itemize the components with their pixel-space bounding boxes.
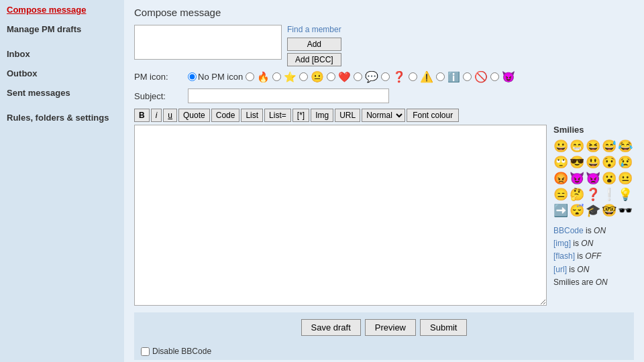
to-field[interactable] xyxy=(134,25,282,60)
to-row: Find a member Add Add [BCC] xyxy=(134,25,634,66)
smiley-1[interactable]: 😀 xyxy=(553,139,568,154)
pm-icon-star[interactable]: ⭐ xyxy=(284,71,297,83)
font-colour-button[interactable]: Font colour xyxy=(407,109,459,122)
smiley-6[interactable]: 🙄 xyxy=(553,155,568,170)
find-member-link[interactable]: Find a member xyxy=(287,25,341,34)
add-bcc-button[interactable]: Add [BCC] xyxy=(287,53,341,66)
smiley-18[interactable]: ❓ xyxy=(586,187,600,202)
sidebar-item-rules-folders[interactable]: Rules, folders & settings xyxy=(0,108,124,127)
list-eq-button[interactable]: List= xyxy=(264,109,291,122)
no-pm-icon-option[interactable]: No PM icon xyxy=(188,72,243,82)
smiley-5[interactable]: 😂 xyxy=(618,139,633,154)
smiley-21[interactable]: ➡️ xyxy=(553,203,568,218)
img-link[interactable]: [img] xyxy=(553,239,571,248)
pm-icon-info[interactable]: ℹ️ xyxy=(447,71,460,83)
pm-icon-speech[interactable]: 💬 xyxy=(365,70,378,83)
font-size-select[interactable]: Normal Tiny Small Large Huge xyxy=(362,109,405,122)
flash-link[interactable]: [flash] xyxy=(553,251,575,261)
pm-icon-radio-9[interactable] xyxy=(463,72,472,81)
smiley-24[interactable]: 🤓 xyxy=(602,203,616,218)
pm-icon-face[interactable]: 😐 xyxy=(311,70,324,83)
pm-icon-radio-1[interactable] xyxy=(246,72,254,81)
smiley-2[interactable]: 😁 xyxy=(570,139,584,154)
pm-icon-special[interactable]: 😈 xyxy=(502,70,515,83)
disable-bbcode-row: Disable BBCode xyxy=(134,343,634,360)
sidebar-item-sent-messages[interactable]: Sent messages xyxy=(0,83,124,103)
smiley-23[interactable]: 🎓 xyxy=(586,203,600,218)
smiley-14[interactable]: 😮 xyxy=(602,171,616,186)
code-button[interactable]: Code xyxy=(211,109,240,122)
pm-icon-radio-5[interactable] xyxy=(354,72,362,81)
bbcode-info: BBCode is ON [img] is ON [flash] is OFF … xyxy=(553,225,634,289)
bold-button[interactable]: B xyxy=(134,109,150,122)
bbcode-status-line: BBCode is ON xyxy=(553,225,634,237)
list-button[interactable]: List xyxy=(241,109,263,122)
sidebar-item-outbox[interactable]: Outbox xyxy=(0,64,124,83)
smiley-20[interactable]: 💡 xyxy=(618,187,633,202)
to-actions: Find a member Add Add [BCC] xyxy=(287,25,341,66)
img-on: ON xyxy=(581,239,593,248)
preview-button[interactable]: Preview xyxy=(365,319,416,336)
url-on: ON xyxy=(577,265,589,274)
pm-icon-flame[interactable]: 🔥 xyxy=(257,71,270,83)
smiley-4[interactable]: 😅 xyxy=(602,139,616,154)
pm-icon-heart[interactable]: ❤️ xyxy=(338,71,351,83)
smiley-12[interactable]: 😈 xyxy=(570,171,584,186)
main-content: Compose message Find a member Add Add [B… xyxy=(124,0,644,362)
pm-icon-radio-2[interactable] xyxy=(272,72,281,81)
smiley-10[interactable]: 😢 xyxy=(618,155,633,170)
flash-status-line: [flash] is OFF xyxy=(553,250,634,263)
smilies-grid: 😀 😁 😆 😅 😂 🙄 😎 😃 😯 😢 😡 😈 👿 😮 😐 😑 xyxy=(553,139,634,218)
quote-button[interactable]: Quote xyxy=(178,109,210,122)
smiley-15[interactable]: 😐 xyxy=(618,171,633,186)
url-button[interactable]: URL xyxy=(335,109,360,122)
save-draft-button[interactable]: Save draft xyxy=(301,319,361,336)
img-button[interactable]: Img xyxy=(311,109,333,122)
underline-button[interactable]: u xyxy=(163,109,177,122)
disable-bbcode-checkbox[interactable] xyxy=(141,347,150,356)
submit-button[interactable]: Submit xyxy=(420,319,467,336)
pm-icon-stop[interactable]: 🚫 xyxy=(474,70,488,83)
pm-icon-radio-4[interactable] xyxy=(327,72,335,81)
sidebar-item-manage-pm-drafts[interactable]: Manage PM drafts xyxy=(0,19,124,39)
add-button[interactable]: Add xyxy=(287,38,341,51)
smiley-3[interactable]: 😆 xyxy=(586,139,600,154)
subject-row: Subject: xyxy=(134,88,634,103)
bbcode-link[interactable]: BBCode xyxy=(553,226,584,235)
pm-icon-radio-10[interactable] xyxy=(490,72,499,81)
pm-icon-radio-7[interactable] xyxy=(409,72,417,81)
smiley-25[interactable]: 🕶️ xyxy=(618,203,633,218)
img-status-line: [img] is ON xyxy=(553,237,634,250)
smiley-13[interactable]: 👿 xyxy=(586,171,600,186)
pm-icon-radio-8[interactable] xyxy=(436,72,445,81)
no-pm-icon-radio[interactable] xyxy=(188,72,197,81)
compose-area: Smilies 😀 😁 😆 😅 😂 🙄 😎 😃 😯 😢 😡 😈 👿 😮 xyxy=(134,125,634,306)
disable-bbcode-label: Disable BBCode xyxy=(152,347,211,356)
url-link[interactable]: [url] xyxy=(553,265,567,274)
subject-input[interactable] xyxy=(188,88,389,103)
smiley-19[interactable]: ❕ xyxy=(602,187,616,202)
smilies-on: ON xyxy=(596,278,608,287)
smiley-7[interactable]: 😎 xyxy=(570,155,584,170)
italic-button[interactable]: i xyxy=(151,109,162,122)
url-status-line: [url] is ON xyxy=(553,263,634,276)
pm-icon-radio-6[interactable] xyxy=(381,72,390,81)
pm-icon-radio-3[interactable] xyxy=(299,72,308,81)
smiley-9[interactable]: 😯 xyxy=(602,155,616,170)
star-button[interactable]: [*] xyxy=(292,109,309,122)
pm-icon-question[interactable]: ❓ xyxy=(392,70,406,83)
sidebar-item-compose-message[interactable]: Compose message xyxy=(0,0,124,19)
message-textarea[interactable] xyxy=(134,125,547,306)
flash-off: OFF xyxy=(585,251,601,261)
bottom-bar: Save draft Preview Submit xyxy=(134,312,634,343)
sidebar-item-inbox[interactable]: Inbox xyxy=(0,44,124,64)
smiley-8[interactable]: 😃 xyxy=(586,155,600,170)
smiley-22[interactable]: 😴 xyxy=(570,203,584,218)
smiley-16[interactable]: 😑 xyxy=(553,187,568,202)
pm-icon-warning[interactable]: ⚠️ xyxy=(420,70,433,83)
smilies-status-line: Smilies are ON xyxy=(553,276,634,289)
smiley-11[interactable]: 😡 xyxy=(553,171,568,186)
pm-icon-row: PM icon: No PM icon 🔥 ⭐ 😐 ❤️ 💬 ❓ xyxy=(134,70,634,83)
smiley-17[interactable]: 🤔 xyxy=(570,187,584,202)
pm-icon-label: PM icon: xyxy=(134,72,188,82)
